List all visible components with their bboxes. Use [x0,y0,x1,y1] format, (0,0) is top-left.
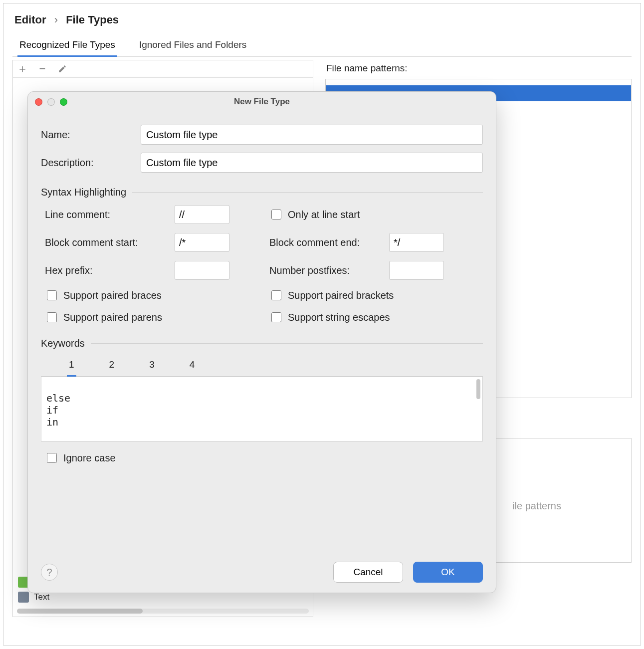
file-types-toolbar: ＋ − [13,60,313,78]
keywords-tabs: 1 2 3 4 [41,356,483,377]
placeholder-text: ile patterns [512,500,561,512]
breadcrumb-file-types[interactable]: File Types [66,13,119,26]
add-icon[interactable]: ＋ [17,63,28,74]
keywords-textarea[interactable]: else if in [41,377,483,441]
name-label: Name: [41,129,141,141]
support-escapes-checkbox[interactable] [271,312,281,322]
support-escapes-label: Support string escapes [288,312,390,323]
number-postfixes-input[interactable] [389,261,444,280]
dialog-title: New File Type [28,97,496,107]
name-input[interactable] [141,125,483,145]
line-comment-input[interactable] [175,205,229,224]
tab-ignored-files-folders[interactable]: Ignored Files and Folders [137,35,248,56]
breadcrumb-separator: › [54,13,58,26]
ignore-case-label: Ignore case [63,452,116,464]
support-braces-label: Support paired braces [63,290,162,301]
file-icon [18,592,29,603]
help-button[interactable]: ? [41,564,58,581]
description-input[interactable] [141,153,483,173]
keywords-tab-2[interactable]: 2 [107,356,117,376]
ignore-case-checkbox[interactable] [47,453,57,463]
breadcrumb-editor[interactable]: Editor [14,13,46,26]
block-comment-end-label: Block comment end: [269,237,384,248]
only-at-line-start-checkbox[interactable] [271,210,281,219]
block-comment-start-label: Block comment start: [45,237,170,248]
keywords-tab-3[interactable]: 3 [147,356,157,376]
keywords-tab-1[interactable]: 1 [67,356,76,377]
description-label: Description: [41,157,141,169]
support-parens-label: Support paired parens [63,312,162,323]
vertical-scrollbar[interactable] [476,379,480,399]
remove-icon[interactable]: − [37,63,48,74]
keywords-title: Keywords [41,338,85,349]
main-tabs: Recognized File Types Ignored Files and … [12,35,632,57]
breadcrumb: Editor › File Types [14,13,630,26]
support-braces-checkbox[interactable] [47,290,57,300]
support-brackets-label: Support paired brackets [288,290,394,301]
tab-recognized-file-types[interactable]: Recognized File Types [17,35,117,57]
line-comment-label: Line comment: [45,209,170,220]
cancel-button[interactable]: Cancel [333,562,403,583]
block-comment-end-input[interactable] [389,233,444,252]
number-postfixes-label: Number postfixes: [269,265,384,276]
keywords-content: else if in [46,392,70,428]
only-at-line-start-label: Only at line start [288,209,360,220]
edit-icon[interactable] [57,63,68,74]
keywords-tab-4[interactable]: 4 [188,356,197,376]
new-file-type-dialog: New File Type Name: Description: Syntax … [27,91,496,593]
file-name-patterns-label: File name patterns: [326,63,632,74]
ok-button[interactable]: OK [413,562,483,583]
support-parens-checkbox[interactable] [47,312,57,322]
support-brackets-checkbox[interactable] [271,290,281,300]
list-item-label: Text [34,592,49,602]
hex-prefix-label: Hex prefix: [45,265,170,276]
syntax-highlighting-title: Syntax Highlighting [41,187,126,198]
horizontal-scrollbar[interactable] [17,609,309,614]
block-comment-start-input[interactable] [175,233,229,252]
hex-prefix-input[interactable] [175,261,229,280]
